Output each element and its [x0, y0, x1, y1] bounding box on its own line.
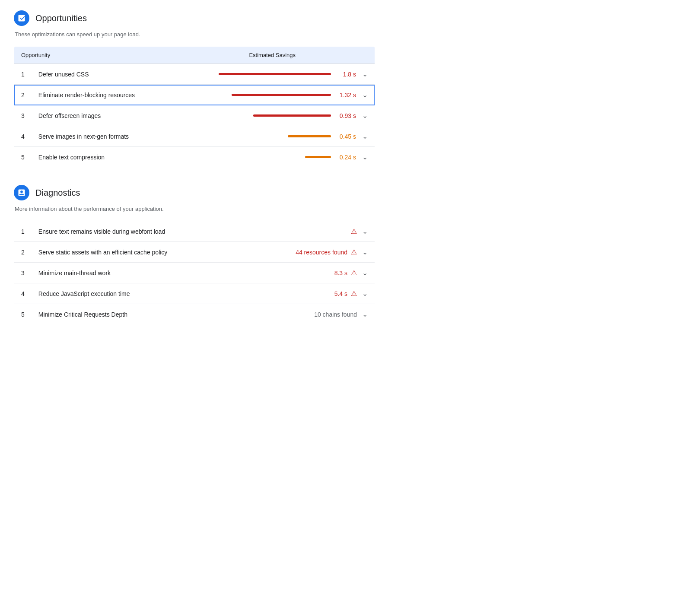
diagnostics-row[interactable]: 5 Minimize Critical Requests Depth 10 ch… [14, 304, 375, 325]
chevron-down-icon[interactable]: ⌄ [362, 269, 368, 277]
diagnostics-icon [14, 185, 29, 200]
row-label: Serve images in next-gen formats [32, 126, 170, 147]
savings-cell: 0.93 s ⌄ [170, 105, 375, 126]
row-label: Defer unused CSS [32, 64, 170, 85]
opportunity-row[interactable]: 3 Defer offscreen images 0.93 s ⌄ [14, 105, 375, 126]
diagnostics-row[interactable]: 4 Reduce JavaScript execution time 5.4 s… [14, 283, 375, 304]
chevron-down-icon[interactable]: ⌄ [362, 227, 368, 235]
savings-cell: 1.8 s ⌄ [170, 64, 375, 85]
opportunities-table: Opportunity Estimated Savings 1 Defer un… [14, 46, 375, 168]
diag-savings-cell: 44 resources found ⚠ ⌄ [246, 242, 375, 263]
opportunities-table-header: Opportunity Estimated Savings [14, 47, 375, 64]
opportunity-row[interactable]: 1 Defer unused CSS 1.8 s ⌄ [14, 64, 375, 85]
savings-value: 0.45 s [335, 133, 356, 140]
row-number: 2 [14, 242, 32, 263]
diagnostics-row[interactable]: 3 Minimize main-thread work 8.3 s ⚠ ⌄ [14, 263, 375, 283]
savings-col-header: Estimated Savings [170, 47, 375, 64]
diag-savings-cell: 8.3 s ⚠ ⌄ [246, 263, 375, 283]
opportunities-header: Opportunities [14, 10, 375, 26]
diag-savings-cell: ⚠ ⌄ [246, 221, 375, 242]
diag-value: 8.3 s [334, 270, 347, 276]
diagnostics-section: Diagnostics More information about the p… [14, 185, 375, 325]
diagnostics-row[interactable]: 2 Serve static assets with an efficient … [14, 242, 375, 263]
chevron-down-icon[interactable]: ⌄ [362, 70, 368, 78]
warning-icon: ⚠ [351, 289, 357, 298]
savings-value: 1.8 s [335, 71, 356, 78]
diag-value: 10 chains found [314, 311, 357, 318]
warning-icon: ⚠ [351, 269, 357, 277]
chevron-down-icon[interactable]: ⌄ [362, 132, 368, 140]
diag-savings-cell: 10 chains found ⌄ [246, 304, 375, 325]
row-number: 3 [14, 263, 32, 283]
opportunities-title: Opportunities [35, 13, 87, 23]
savings-value: 0.93 s [335, 112, 356, 119]
warning-icon: ⚠ [351, 248, 357, 256]
diag-value: 5.4 s [334, 290, 347, 297]
row-label: Enable text compression [32, 147, 170, 168]
row-number: 1 [14, 221, 32, 242]
row-label: Minimize Critical Requests Depth [32, 304, 246, 325]
row-label: Serve static assets with an efficient ca… [32, 242, 246, 263]
savings-cell: 0.45 s ⌄ [170, 126, 375, 147]
warning-icon: ⚠ [351, 227, 357, 235]
diagnostics-row[interactable]: 1 Ensure text remains visible during web… [14, 221, 375, 242]
diag-value: 44 resources found [296, 249, 347, 256]
diag-savings-cell: 5.4 s ⚠ ⌄ [246, 283, 375, 304]
row-number: 4 [14, 126, 32, 147]
savings-bar [288, 135, 331, 137]
row-number: 4 [14, 283, 32, 304]
savings-bar [305, 156, 331, 158]
row-number: 1 [14, 64, 32, 85]
opportunity-row[interactable]: 2 Eliminate render-blocking resources 1.… [14, 85, 375, 105]
chevron-down-icon[interactable]: ⌄ [362, 248, 368, 256]
diagnostics-title: Diagnostics [35, 188, 80, 198]
opportunity-row[interactable]: 4 Serve images in next-gen formats 0.45 … [14, 126, 375, 147]
savings-cell: 0.24 s ⌄ [170, 147, 375, 168]
savings-bar [219, 73, 331, 75]
diagnostics-svg [17, 188, 26, 197]
row-number: 2 [14, 85, 32, 105]
chevron-down-icon[interactable]: ⌄ [362, 111, 368, 120]
savings-cell: 1.32 s ⌄ [170, 85, 375, 105]
savings-value: 1.32 s [335, 92, 356, 98]
row-label: Eliminate render-blocking resources [32, 85, 170, 105]
diagnostics-table: 1 Ensure text remains visible during web… [14, 221, 375, 325]
opportunities-subtitle: These optimizations can speed up your pa… [15, 31, 375, 38]
row-label: Minimize main-thread work [32, 263, 246, 283]
savings-bar [253, 114, 331, 117]
chevron-down-icon[interactable]: ⌄ [362, 153, 368, 161]
row-label: Defer offscreen images [32, 105, 170, 126]
diagnostics-header: Diagnostics [14, 185, 375, 200]
opportunity-row[interactable]: 5 Enable text compression 0.24 s ⌄ [14, 147, 375, 168]
chevron-down-icon[interactable]: ⌄ [362, 289, 368, 298]
diagnostics-subtitle: More information about the performance o… [15, 206, 375, 212]
row-label: Ensure text remains visible during webfo… [32, 221, 246, 242]
row-label: Reduce JavaScript execution time [32, 283, 246, 304]
chevron-down-icon[interactable]: ⌄ [362, 91, 368, 99]
row-number: 3 [14, 105, 32, 126]
row-number: 5 [14, 304, 32, 325]
opportunities-svg [17, 14, 26, 22]
savings-bar [232, 94, 331, 96]
row-number: 5 [14, 147, 32, 168]
opportunities-icon [14, 10, 29, 26]
chevron-down-icon[interactable]: ⌄ [362, 310, 368, 318]
opportunity-col-header: Opportunity [14, 47, 170, 64]
savings-value: 0.24 s [335, 154, 356, 161]
